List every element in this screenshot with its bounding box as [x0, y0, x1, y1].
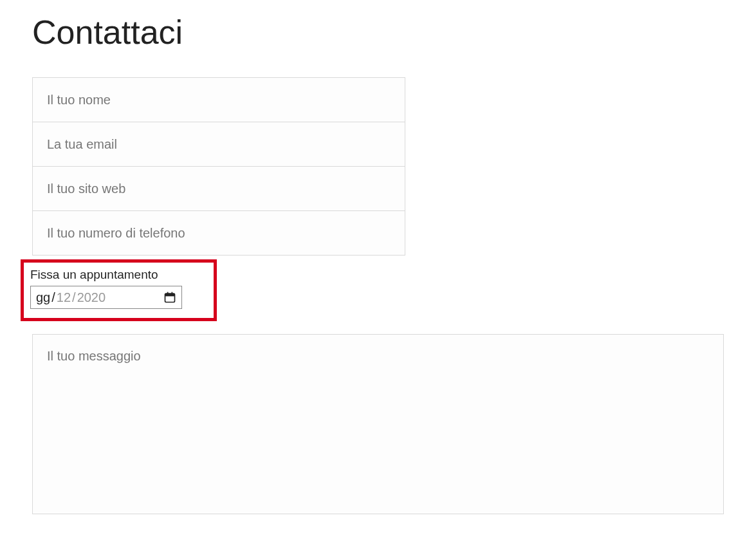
date-value: gg / 12 / 2020: [36, 290, 106, 305]
date-sep: /: [51, 290, 55, 305]
message-field[interactable]: [32, 334, 724, 514]
contact-form: Fissa un appuntamento gg / 12 / 2020: [32, 77, 724, 514]
date-day[interactable]: gg: [36, 290, 50, 305]
date-sep: /: [72, 290, 76, 305]
calendar-icon[interactable]: [163, 291, 176, 304]
website-field[interactable]: [32, 166, 405, 211]
appointment-date-input[interactable]: gg / 12 / 2020: [30, 286, 182, 309]
date-year[interactable]: 2020: [77, 290, 106, 305]
svg-rect-2: [167, 292, 169, 295]
appointment-label: Fissa un appuntamento: [30, 268, 207, 282]
date-month[interactable]: 12: [57, 290, 71, 305]
name-field[interactable]: [32, 77, 405, 122]
page-title: Contattaci: [32, 13, 724, 51]
svg-rect-1: [165, 293, 175, 296]
svg-rect-3: [172, 292, 173, 295]
appointment-highlight: Fissa un appuntamento gg / 12 / 2020: [21, 259, 217, 321]
email-field[interactable]: [32, 122, 405, 167]
phone-field[interactable]: [32, 210, 405, 256]
